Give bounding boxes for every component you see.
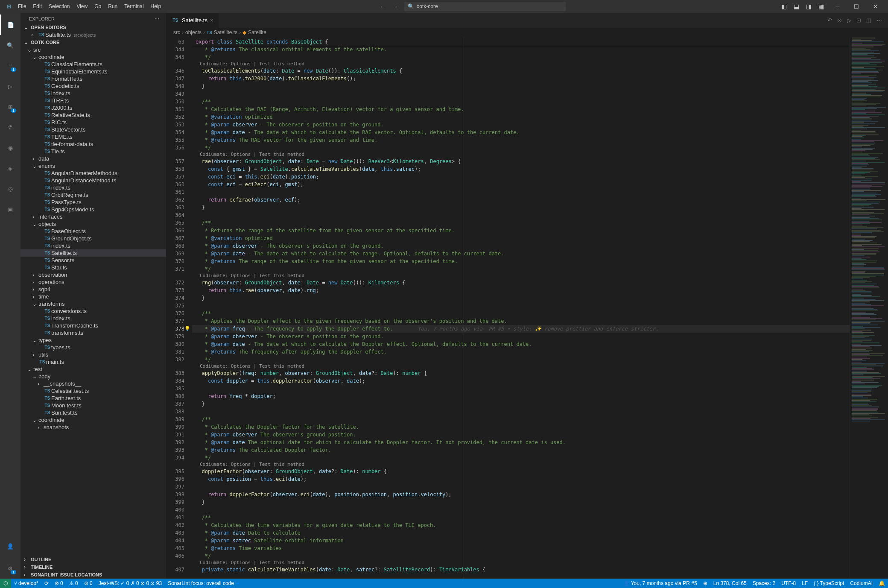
close-button[interactable]: ✕ <box>866 0 885 13</box>
workspace-header[interactable]: ⌄OOTK-CORE <box>20 38 166 46</box>
folder-item[interactable]: ›data <box>20 155 166 162</box>
file-tree[interactable]: ⌄src⌄coordinateTSClassicalElements.tsTSE… <box>20 46 166 556</box>
codium-icon[interactable]: ◎ <box>0 178 20 199</box>
file-item[interactable]: TSRIC.ts <box>20 119 166 126</box>
layout-left-icon[interactable]: ◧ <box>779 1 789 12</box>
folder-item[interactable]: ⌄objects <box>20 220 166 228</box>
eol[interactable]: LF <box>799 580 811 586</box>
folder-item[interactable]: ⌄coordinate <box>20 53 166 61</box>
folder-item[interactable]: ⌄src <box>20 46 166 53</box>
folder-item[interactable]: ⌄types <box>20 336 166 344</box>
explorer-icon[interactable]: 📄 <box>0 15 20 35</box>
folder-item[interactable]: ›operations <box>20 278 166 286</box>
language-mode[interactable]: { } TypeScript <box>811 580 847 586</box>
errors-count[interactable]: ⊗ 0 <box>52 580 66 586</box>
file-item[interactable]: TSEquinoctialElements.ts <box>20 68 166 75</box>
file-item[interactable]: TSindex.ts <box>20 90 166 97</box>
github-icon[interactable]: ◉ <box>0 137 20 158</box>
open-editor-item[interactable]: × TS Satellite.ts src\objects <box>20 31 166 38</box>
file-item[interactable]: TSJ2000.ts <box>20 104 166 111</box>
file-item[interactable]: TSindex.ts <box>20 242 166 249</box>
extensions-icon[interactable]: ⊞1 <box>0 97 20 117</box>
split-icon[interactable]: ◫ <box>865 16 872 24</box>
indentation[interactable]: Spaces: 2 <box>750 580 778 586</box>
source-control-icon[interactable]: ⑂1 <box>0 56 20 76</box>
terminal-icon[interactable]: ▣ <box>0 199 20 219</box>
breadcrumb-file[interactable]: Satellite.ts <box>214 29 237 35</box>
file-item[interactable]: TSAngularDiameterMethod.ts <box>20 170 166 177</box>
nav-forward-icon[interactable]: → <box>390 3 400 11</box>
file-item[interactable]: TSClassicalElements.ts <box>20 61 166 68</box>
close-tab-icon[interactable]: × <box>210 17 213 23</box>
file-item[interactable]: TStle-format-data.ts <box>20 140 166 148</box>
file-item[interactable]: TSGeodetic.ts <box>20 82 166 90</box>
file-item[interactable]: TSGroundObject.ts <box>20 235 166 242</box>
breadcrumb-src[interactable]: src <box>173 29 180 35</box>
minimap[interactable] <box>850 37 888 579</box>
cursor-position[interactable]: Ln 378, Col 65 <box>710 580 750 586</box>
file-item[interactable]: TSMoon.test.ts <box>20 402 166 409</box>
run-debug-icon[interactable]: ▷ <box>0 76 20 97</box>
timeline-header[interactable]: ›TIMELINE <box>20 563 166 571</box>
file-item[interactable]: TSBaseObject.ts <box>20 228 166 235</box>
file-item[interactable]: TSStateVector.ts <box>20 126 166 133</box>
folder-item[interactable]: ›sgp4 <box>20 286 166 293</box>
git-branch[interactable]: ⑂ develop* <box>11 580 41 586</box>
accounts-icon[interactable]: 👤 <box>0 536 20 556</box>
file-item[interactable]: TSindex.ts <box>20 315 166 322</box>
menu-terminal[interactable]: Terminal <box>121 2 147 11</box>
layout-bottom-icon[interactable]: ⬓ <box>791 1 802 12</box>
sonarlint-status[interactable]: SonarLint focus: overall code <box>165 580 237 586</box>
menu-run[interactable]: Run <box>105 2 121 11</box>
maximize-button[interactable]: ☐ <box>847 0 866 13</box>
file-item[interactable]: TStransforms.ts <box>20 329 166 336</box>
editor-tab[interactable]: TS Satellite.ts × <box>166 13 219 28</box>
preview-icon[interactable]: ⊡ <box>856 16 862 24</box>
menu-go[interactable]: Go <box>91 2 105 11</box>
git-sync[interactable]: ⟳ <box>41 580 52 586</box>
more-actions-icon[interactable]: ⋯ <box>876 16 883 24</box>
layout-right-icon[interactable]: ◨ <box>803 1 814 12</box>
file-item[interactable]: TSSatellite.ts <box>20 249 166 257</box>
file-item[interactable]: TSCelestial.test.ts <box>20 387 166 395</box>
file-item[interactable]: TSFormatTle.ts <box>20 75 166 82</box>
folder-item[interactable]: ⌄body <box>20 373 166 380</box>
file-item[interactable]: TSSun.test.ts <box>20 409 166 416</box>
folder-item[interactable]: ⌄enums <box>20 162 166 170</box>
breadcrumb-objects[interactable]: objects <box>185 29 202 35</box>
code-editor[interactable]: export class Satellite extends BaseObjec… <box>192 37 850 579</box>
warnings-count[interactable]: ⚠ 0 <box>66 580 81 586</box>
port-forward[interactable]: ⊘ 0 <box>81 580 96 586</box>
folder-item[interactable]: ›utils <box>20 351 166 358</box>
menu-help[interactable]: Help <box>147 2 165 11</box>
run-icon[interactable]: ▷ <box>846 16 852 24</box>
layout-customize-icon[interactable]: ▦ <box>816 1 827 12</box>
outline-header[interactable]: ›OUTLINE <box>20 556 166 563</box>
file-item[interactable]: TSEarth.test.ts <box>20 395 166 402</box>
encoding[interactable]: UTF-8 <box>778 580 799 586</box>
more-icon[interactable]: ⋯ <box>155 16 159 22</box>
file-item[interactable]: TSconversions.ts <box>20 307 166 315</box>
file-item[interactable]: TSITRF.ts <box>20 97 166 104</box>
codium-status[interactable]: CodiumAI <box>847 580 876 586</box>
go-back-icon[interactable]: ↶ <box>827 16 833 24</box>
menu-file[interactable]: File <box>15 2 29 11</box>
breadcrumb-symbol[interactable]: Satellite <box>248 29 266 35</box>
folder-item[interactable]: ⌄transforms <box>20 300 166 307</box>
file-item[interactable]: TSSgp4OpsMode.ts <box>20 206 166 213</box>
notifications-icon[interactable]: 🔔 <box>876 580 888 586</box>
search-activity-icon[interactable]: 🔍 <box>0 35 20 56</box>
gitlens-icon[interactable]: ◈ <box>0 158 20 178</box>
folder-item[interactable]: ›snanshots <box>20 424 166 431</box>
file-item[interactable]: TSTEME.ts <box>20 133 166 140</box>
folder-item[interactable]: ⌄test <box>20 366 166 373</box>
file-item[interactable]: TSTransformCache.ts <box>20 322 166 329</box>
remote-indicator[interactable]: ⬡ <box>0 579 11 588</box>
folder-item[interactable]: ›interfaces <box>20 213 166 220</box>
file-item[interactable]: TSTle.ts <box>20 148 166 155</box>
close-editor-icon[interactable]: × <box>31 32 38 38</box>
test-icon[interactable]: ⚗ <box>0 117 20 137</box>
open-editors-header[interactable]: ⌄OPEN EDITORS <box>20 23 166 31</box>
file-item[interactable]: TStypes.ts <box>20 344 166 351</box>
menu-selection[interactable]: Selection <box>45 2 73 11</box>
